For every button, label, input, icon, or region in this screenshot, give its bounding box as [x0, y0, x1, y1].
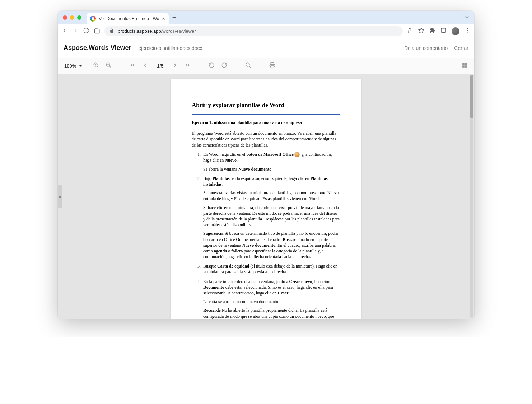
close-window-button[interactable] [63, 15, 67, 20]
doc-title: Abrir y explorar plantillas de Word [192, 101, 340, 110]
zoom-dropdown[interactable]: 100% [64, 63, 84, 69]
search-button[interactable] [245, 62, 251, 70]
last-page-button[interactable] [185, 62, 191, 70]
svg-line-15 [249, 66, 251, 68]
home-button[interactable] [94, 27, 100, 35]
nav-buttons [61, 27, 100, 35]
tab-title: Ver Documentos En Línea - Wo [99, 16, 159, 21]
bookmark-icon[interactable] [418, 27, 424, 35]
step-3: Busque Carta de equidad (el título está … [202, 263, 340, 275]
next-page-button[interactable] [172, 62, 178, 70]
window-controls [63, 15, 81, 20]
office-button-icon [294, 152, 300, 157]
zoom-in-button[interactable] [93, 62, 99, 70]
address-bar: products.aspose.app/words/es/viewer [58, 24, 474, 38]
prev-page-button[interactable] [142, 62, 148, 70]
svg-rect-19 [462, 65, 465, 68]
rotate-left-button[interactable] [209, 62, 215, 70]
svg-rect-16 [271, 66, 274, 68]
share-icon[interactable] [407, 27, 413, 35]
zoom-out-button[interactable] [106, 62, 112, 70]
favicon-icon [90, 16, 96, 22]
file-name: ejercicio-plantillas-docx.docx [138, 45, 202, 51]
lock-icon [109, 28, 114, 34]
step-4: En la parte inferior derecha de la venta… [202, 279, 340, 319]
back-button[interactable] [61, 27, 68, 35]
app-header: Aspose.Words Viewer ejercicio-plantillas… [58, 38, 474, 58]
minimize-window-button[interactable] [70, 15, 74, 20]
tab-close-icon[interactable]: × [162, 16, 165, 22]
svg-rect-17 [462, 63, 465, 65]
viewer-toolbar: 100% 1/5 [58, 58, 474, 74]
browser-tab[interactable]: Ver Documentos En Línea - Wo × [87, 13, 169, 24]
svg-line-8 [97, 66, 98, 68]
document-viewport[interactable]: ▶ Abrir y explorar plantillas de Word Ej… [58, 74, 474, 319]
svg-rect-2 [441, 28, 446, 32]
app-name: Aspose.Words Viewer [64, 44, 131, 52]
svg-marker-1 [419, 28, 424, 32]
title-rule [192, 114, 340, 115]
reload-button[interactable] [83, 27, 89, 35]
sidebar-expand-handle[interactable]: ▶ [58, 185, 62, 208]
scrollbar-thumb[interactable] [470, 75, 473, 118]
close-button[interactable]: Cerrar [454, 45, 468, 51]
doc-subtitle: Ejercicio 1: utilizar una plantilla para… [192, 120, 340, 125]
browser-menu-icon[interactable] [465, 27, 471, 35]
svg-line-12 [109, 66, 111, 68]
profile-avatar[interactable] [452, 27, 459, 35]
thumbnails-button[interactable] [462, 62, 468, 70]
svg-point-5 [467, 30, 468, 31]
step-1: En Word, haga clic en el botón de Micros… [202, 152, 340, 172]
browser-right-icons [407, 27, 471, 35]
svg-point-14 [246, 63, 249, 66]
browser-window: Ver Documentos En Línea - Wo × + product… [58, 11, 474, 319]
url-text: products.aspose.app/words/es/viewer [118, 28, 196, 34]
doc-intro: El programa Word está abierto con un doc… [192, 130, 340, 148]
vertical-scrollbar[interactable] [470, 75, 473, 318]
page-indicator: 1/5 [155, 63, 165, 69]
maximize-window-button[interactable] [77, 15, 81, 20]
url-input[interactable]: products.aspose.app/words/es/viewer [104, 26, 403, 36]
extensions-icon[interactable] [429, 27, 435, 35]
svg-point-4 [467, 28, 468, 29]
first-page-button[interactable] [130, 62, 136, 70]
new-tab-button[interactable]: + [172, 14, 176, 22]
document-page: Abrir y explorar plantillas de Word Ejer… [171, 79, 361, 319]
svg-rect-18 [465, 63, 467, 65]
svg-rect-20 [465, 65, 467, 68]
leave-comment-link[interactable]: Deja un comentario [404, 45, 448, 51]
print-button[interactable] [269, 62, 275, 70]
svg-point-6 [467, 32, 468, 32]
rotate-right-button[interactable] [221, 62, 227, 70]
forward-button[interactable] [72, 27, 79, 35]
doc-steps: En Word, haga clic en el botón de Micros… [192, 152, 340, 319]
tabs-dropdown-icon[interactable] [464, 14, 470, 21]
tab-strip: Ver Documentos En Línea - Wo × + [58, 11, 474, 24]
sidepanel-icon[interactable] [440, 27, 447, 35]
step-2: Bajo Plantillas, en la esquina superior … [202, 176, 340, 260]
